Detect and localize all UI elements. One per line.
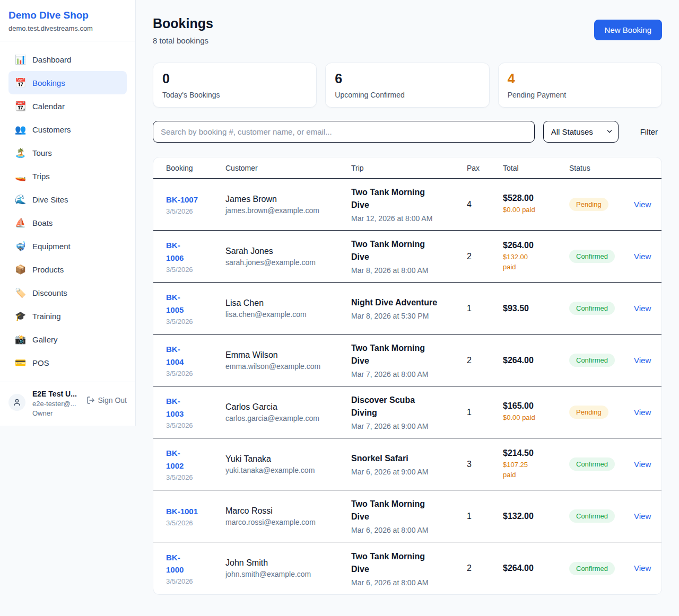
pax-count: 1 [467, 304, 503, 313]
person-icon [12, 398, 22, 407]
filter-row: All Statuses Filter [153, 121, 662, 143]
table-row: BK- 1005 3/5/2026 Lisa Chen lisa.chen@ex… [153, 283, 661, 335]
sidebar-item-boats[interactable]: ⛵ Boats [8, 211, 127, 234]
sidebar-header: Demo Dive Shop demo.test.divestreams.com [0, 0, 135, 41]
total-amount: $132.00 [503, 512, 569, 521]
pax-count: 2 [467, 356, 503, 365]
status-badge: Confirmed [569, 562, 615, 575]
sidebar: Demo Dive Shop demo.test.divestreams.com… [0, 0, 136, 426]
col-header-booking: Booking [166, 164, 225, 172]
booking-id-link[interactable]: BK- 1005 [166, 291, 184, 316]
island-icon: 🏝️ [15, 147, 25, 159]
customer-email: lisa.chen@example.com [225, 310, 351, 319]
paid-amount: $0.00 paid [503, 205, 537, 215]
col-header-total: Total [503, 164, 569, 172]
customer-name: Yuki Tanaka [225, 454, 351, 464]
user-name: E2E Test U... [32, 390, 80, 398]
package-icon: 📦 [15, 264, 25, 275]
stat-value: 4 [508, 71, 652, 86]
table-row: BK- 1003 3/5/2026 Carlos Garcia carlos.g… [153, 386, 661, 438]
trip-name: Two Tank Morning Dive [351, 342, 449, 367]
view-link[interactable]: View [634, 512, 651, 521]
view-link[interactable]: View [634, 200, 651, 209]
customer-email: carlos.garcia@example.com [225, 414, 351, 423]
stat-value: 0 [162, 71, 307, 86]
table-row: BK- 1004 3/5/2026 Emma Wilson emma.wilso… [153, 335, 661, 386]
status-select[interactable]: All Statuses [543, 121, 619, 143]
stat-card-pending-payment: 4 Pending Payment [498, 63, 662, 108]
table-row: BK- 1006 3/5/2026 Sarah Jones sarah.jone… [153, 231, 661, 283]
pax-count: 3 [467, 460, 503, 469]
booking-id-link[interactable]: BK- 1000 [166, 551, 184, 576]
booking-date: 3/5/2026 [166, 207, 225, 215]
customer-name: Emma Wilson [225, 350, 351, 360]
sidebar-item-products[interactable]: 📦 Products [8, 258, 127, 281]
view-link[interactable]: View [634, 252, 651, 261]
pax-count: 2 [467, 564, 503, 573]
sidebar-item-dashboard[interactable]: 📊 Dashboard [8, 48, 127, 71]
sidebar-item-calendar[interactable]: 📆 Calendar [8, 94, 127, 118]
view-link[interactable]: View [634, 408, 651, 417]
customer-email: marco.rossi@example.com [225, 518, 351, 526]
booking-id-link[interactable]: BK- 1006 [166, 239, 184, 264]
booking-id-link[interactable]: BK-1001 [166, 505, 198, 517]
trip-name: Two Tank Morning Dive [351, 186, 449, 212]
stat-label: Pending Payment [508, 91, 652, 99]
trip-datetime: Mar 6, 2026 at 8:00 AM [351, 578, 467, 587]
bookings-table: Booking Customer Trip Pax Total Status B… [153, 157, 662, 595]
shop-title: Demo Dive Shop [8, 10, 127, 21]
page-header: Bookings 8 total bookings New Booking [153, 16, 662, 45]
booking-date: 3/5/2026 [166, 577, 225, 585]
trip-datetime: Mar 6, 2026 at 8:00 AM [351, 526, 467, 534]
booking-date: 3/5/2026 [166, 421, 225, 429]
sidebar-item-discounts[interactable]: 🏷️ Discounts [8, 281, 127, 304]
booking-id-link[interactable]: BK- 1003 [166, 395, 184, 420]
user-email: e2e-tester@... [32, 400, 80, 408]
sidebar-item-training[interactable]: 🎓 Training [8, 304, 127, 328]
status-badge: Confirmed [569, 457, 615, 471]
avatar [8, 394, 25, 411]
sign-out-button[interactable]: Sign Out [86, 396, 127, 404]
sidebar-item-dive-sites[interactable]: 🌊 Dive Sites [8, 188, 127, 211]
sidebar-item-equipment[interactable]: 🤿 Equipment [8, 234, 127, 258]
sidebar-item-customers[interactable]: 👥 Customers [8, 118, 127, 141]
search-input[interactable] [153, 121, 535, 143]
pax-count: 2 [467, 252, 503, 261]
sidebar-user-section: E2E Test U... e2e-tester@... Owner Sign … [0, 382, 135, 426]
view-link[interactable]: View [634, 564, 651, 573]
view-link[interactable]: View [634, 304, 651, 313]
sidebar-item-bookings[interactable]: 📅 Bookings [8, 71, 127, 94]
sidebar-item-tours[interactable]: 🏝️ Tours [8, 141, 127, 164]
pax-count: 1 [467, 408, 503, 417]
booking-id-link[interactable]: BK-1007 [166, 193, 198, 206]
booking-date: 3/5/2026 [166, 318, 225, 325]
status-select-wrap: All Statuses [543, 121, 619, 143]
view-link[interactable]: View [634, 356, 651, 365]
booking-id-link[interactable]: BK- 1002 [166, 447, 184, 472]
view-link[interactable]: View [634, 460, 651, 469]
new-booking-button[interactable]: New Booking [594, 20, 662, 40]
booking-id-link[interactable]: BK- 1004 [166, 343, 184, 368]
table-row: BK-1001 3/5/2026 Marco Rossi marco.rossi… [153, 490, 661, 542]
paid-amount: $107.25 paid [503, 460, 537, 480]
sidebar-item-pos[interactable]: 💳 POS [8, 351, 127, 374]
trip-name: Two Tank Morning Dive [351, 498, 449, 523]
user-role: Owner [32, 409, 80, 417]
trip-datetime: Mar 7, 2026 at 8:00 AM [351, 370, 467, 379]
trip-datetime: Mar 8, 2026 at 8:00 AM [351, 266, 467, 275]
sidebar-item-gallery[interactable]: 📸 Gallery [8, 328, 127, 351]
sailboat-icon: ⛵ [15, 217, 25, 228]
dive-mask-icon: 🤿 [15, 241, 25, 252]
customer-email: yuki.tanaka@example.com [225, 466, 351, 474]
stat-label: Upcoming Confirmed [335, 91, 480, 99]
status-badge: Confirmed [569, 354, 615, 367]
shop-domain: demo.test.divestreams.com [8, 24, 127, 32]
booking-date: 3/5/2026 [166, 519, 225, 527]
status-badge: Confirmed [569, 302, 615, 315]
table-row: BK- 1002 3/5/2026 Yuki Tanaka yuki.tanak… [153, 438, 661, 490]
stat-value: 6 [335, 71, 480, 86]
total-amount: $165.00 [503, 401, 569, 411]
filter-button[interactable]: Filter [636, 127, 662, 136]
people-icon: 👥 [15, 124, 25, 135]
sidebar-item-trips[interactable]: 🚤 Trips [8, 164, 127, 188]
